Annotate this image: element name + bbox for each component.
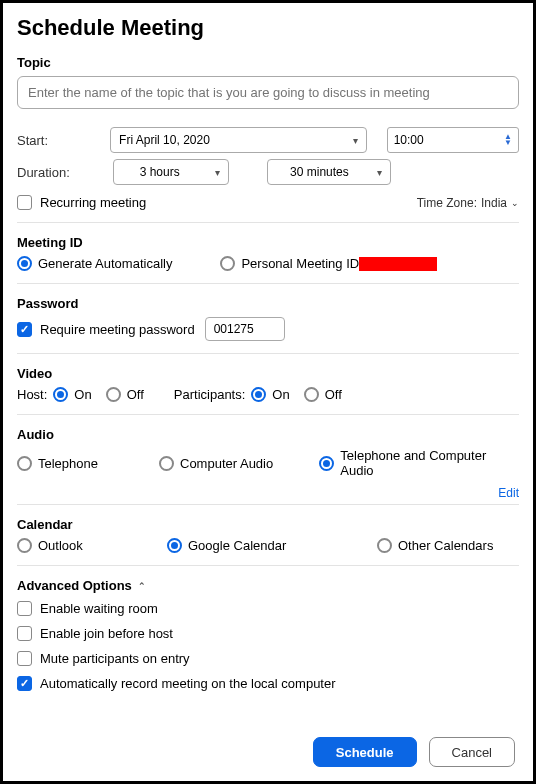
calendar-google-radio[interactable] xyxy=(167,538,182,553)
join-before-label: Enable join before host xyxy=(40,626,173,641)
auto-record-checkbox[interactable] xyxy=(17,676,32,691)
mute-entry-label: Mute participants on entry xyxy=(40,651,190,666)
recurring-label: Recurring meeting xyxy=(40,195,146,210)
caret-up-icon: ⌃ xyxy=(138,581,146,591)
recurring-checkbox[interactable] xyxy=(17,195,32,210)
calendar-other-radio[interactable] xyxy=(377,538,392,553)
duration-hours-select[interactable]: 3 hours ▾ xyxy=(113,159,229,185)
password-label: Password xyxy=(17,296,519,311)
topic-input[interactable] xyxy=(17,76,519,109)
calendar-outlook-radio[interactable] xyxy=(17,538,32,553)
chevron-down-icon: ⌄ xyxy=(511,198,519,208)
require-password-checkbox[interactable] xyxy=(17,322,32,337)
audio-telephone-label: Telephone xyxy=(38,456,98,471)
start-date-select[interactable]: Fri April 10, 2020 ▾ xyxy=(110,127,367,153)
duration-hours-value: 3 hours xyxy=(140,165,180,179)
cancel-button[interactable]: Cancel xyxy=(429,737,515,767)
host-label: Host: xyxy=(17,387,47,402)
audio-both-radio[interactable] xyxy=(319,456,334,471)
start-label: Start: xyxy=(17,133,110,148)
password-input[interactable] xyxy=(205,317,285,341)
audio-telephone-radio[interactable] xyxy=(17,456,32,471)
audio-label: Audio xyxy=(17,427,519,442)
waiting-room-checkbox[interactable] xyxy=(17,601,32,616)
timezone-select[interactable]: Time Zone: India ⌄ xyxy=(417,196,519,210)
host-on-label: On xyxy=(74,387,91,402)
meeting-id-auto-label: Generate Automatically xyxy=(38,256,172,271)
schedule-button[interactable]: Schedule xyxy=(313,737,417,767)
timezone-value: India xyxy=(481,196,507,210)
meeting-id-auto-radio[interactable] xyxy=(17,256,32,271)
participants-on-radio[interactable] xyxy=(251,387,266,402)
advanced-options-toggle[interactable]: Advanced Options ⌃ xyxy=(17,578,519,593)
meeting-id-personal-label: Personal Meeting ID xyxy=(241,256,359,271)
time-spinner-icon[interactable]: ▲▼ xyxy=(504,134,512,146)
topic-label: Topic xyxy=(17,55,519,70)
waiting-room-label: Enable waiting room xyxy=(40,601,158,616)
participants-off-radio[interactable] xyxy=(304,387,319,402)
chevron-down-icon: ▾ xyxy=(377,167,382,178)
redacted-block xyxy=(359,257,437,271)
chevron-down-icon: ▾ xyxy=(215,167,220,178)
require-password-label: Require meeting password xyxy=(40,322,195,337)
participants-off-label: Off xyxy=(325,387,342,402)
participants-label: Participants: xyxy=(174,387,246,402)
audio-both-label: Telephone and Computer Audio xyxy=(340,448,505,478)
host-off-label: Off xyxy=(127,387,144,402)
audio-computer-radio[interactable] xyxy=(159,456,174,471)
schedule-meeting-window: Schedule Meeting Topic Start: Fri April … xyxy=(0,0,536,784)
timezone-prefix: Time Zone: xyxy=(417,196,477,210)
host-off-radio[interactable] xyxy=(106,387,121,402)
participants-on-label: On xyxy=(272,387,289,402)
auto-record-label: Automatically record meeting on the loca… xyxy=(40,676,336,691)
chevron-down-icon: ▾ xyxy=(353,135,358,146)
join-before-checkbox[interactable] xyxy=(17,626,32,641)
start-time-value: 10:00 xyxy=(394,133,424,147)
start-date-value: Fri April 10, 2020 xyxy=(119,133,210,147)
mute-entry-checkbox[interactable] xyxy=(17,651,32,666)
audio-edit-link[interactable]: Edit xyxy=(17,486,519,500)
duration-minutes-select[interactable]: 30 minutes ▾ xyxy=(267,159,391,185)
calendar-label: Calendar xyxy=(17,517,519,532)
video-label: Video xyxy=(17,366,519,381)
meeting-id-personal-radio[interactable] xyxy=(220,256,235,271)
duration-label: Duration: xyxy=(17,165,113,180)
calendar-other-label: Other Calendars xyxy=(398,538,493,553)
calendar-google-label: Google Calendar xyxy=(188,538,286,553)
page-title: Schedule Meeting xyxy=(17,15,519,41)
audio-computer-label: Computer Audio xyxy=(180,456,273,471)
meeting-id-label: Meeting ID xyxy=(17,235,519,250)
host-on-radio[interactable] xyxy=(53,387,68,402)
calendar-outlook-label: Outlook xyxy=(38,538,83,553)
start-time-input[interactable]: 10:00 ▲▼ xyxy=(387,127,519,153)
advanced-options-label: Advanced Options xyxy=(17,578,132,593)
duration-minutes-value: 30 minutes xyxy=(290,165,349,179)
